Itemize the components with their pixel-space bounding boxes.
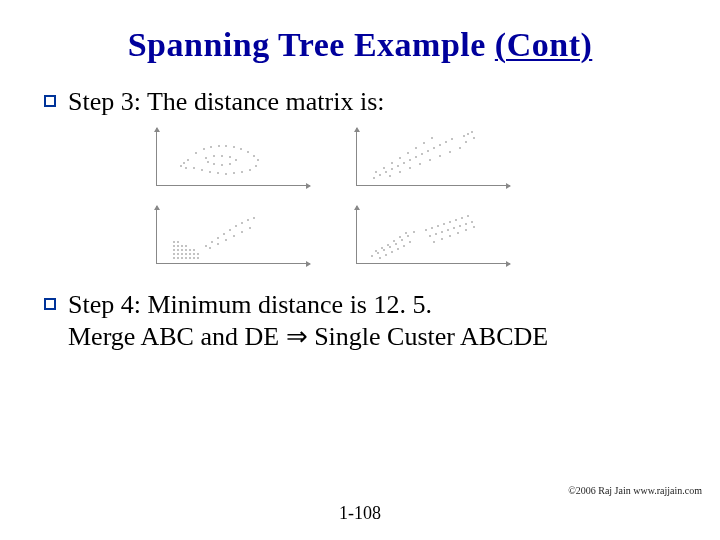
svg-point-12	[257, 159, 259, 161]
svg-point-11	[253, 155, 255, 157]
svg-point-22	[185, 167, 187, 169]
figure-area	[150, 128, 510, 278]
plot-top-left	[150, 128, 310, 190]
svg-point-46	[375, 171, 377, 173]
svg-point-53	[431, 137, 433, 139]
plot-bottom-left	[150, 206, 310, 268]
svg-point-56	[409, 167, 411, 169]
plot-top-right	[350, 128, 510, 190]
svg-point-72	[177, 257, 179, 259]
svg-point-39	[415, 156, 417, 158]
svg-point-103	[217, 243, 219, 245]
svg-point-74	[177, 249, 179, 251]
svg-point-27	[235, 159, 237, 161]
svg-point-48	[391, 162, 393, 164]
svg-point-4	[203, 148, 205, 150]
svg-point-76	[177, 241, 179, 243]
svg-point-41	[427, 150, 429, 152]
svg-point-136	[429, 235, 431, 237]
svg-point-105	[233, 235, 235, 237]
svg-point-42	[433, 147, 435, 149]
svg-point-90	[193, 249, 195, 251]
bullet-icon	[44, 95, 56, 107]
svg-point-54	[389, 175, 391, 177]
svg-point-112	[395, 243, 397, 245]
svg-point-95	[217, 237, 219, 239]
svg-point-75	[177, 245, 179, 247]
svg-point-149	[473, 226, 475, 228]
svg-point-69	[173, 249, 175, 251]
svg-point-80	[181, 245, 183, 247]
svg-point-70	[173, 245, 175, 247]
svg-point-102	[209, 247, 211, 249]
svg-point-78	[181, 253, 183, 255]
svg-point-31	[207, 161, 209, 163]
svg-point-17	[225, 173, 227, 175]
svg-point-96	[223, 233, 225, 235]
svg-point-117	[381, 247, 383, 249]
svg-point-104	[225, 239, 227, 241]
svg-point-73	[177, 253, 179, 255]
svg-point-44	[445, 141, 447, 143]
svg-point-23	[205, 157, 207, 159]
svg-point-1	[183, 162, 185, 164]
svg-point-51	[415, 147, 417, 149]
title-plain: Spanning Tree Example	[128, 26, 495, 63]
svg-point-30	[213, 163, 215, 165]
page-number: 1-108	[0, 503, 720, 524]
svg-point-113	[401, 239, 403, 241]
svg-point-15	[241, 171, 243, 173]
svg-point-7	[225, 145, 227, 147]
svg-point-6	[218, 145, 220, 147]
svg-point-49	[399, 157, 401, 159]
svg-point-147	[457, 232, 459, 234]
step4-text: Step 4: Minimum distance is 12. 5. Merge…	[68, 289, 548, 354]
svg-point-123	[385, 254, 387, 256]
svg-point-50	[407, 152, 409, 154]
svg-point-129	[431, 227, 433, 229]
svg-point-139	[447, 229, 449, 231]
svg-point-71	[173, 241, 175, 243]
svg-point-107	[249, 227, 251, 229]
scatter-icon	[356, 206, 506, 264]
scatter-icon	[156, 206, 306, 264]
svg-point-13	[255, 165, 257, 167]
svg-point-14	[249, 169, 251, 171]
svg-point-134	[461, 217, 463, 219]
svg-point-85	[189, 257, 191, 259]
step4-row: Step 4: Minimum distance is 12. 5. Merge…	[44, 289, 676, 354]
svg-point-115	[413, 231, 415, 233]
svg-point-130	[437, 225, 439, 227]
step3-row: Step 3: The distance matrix is:	[44, 86, 676, 119]
svg-point-91	[197, 257, 199, 259]
svg-point-37	[403, 162, 405, 164]
svg-point-82	[185, 253, 187, 255]
svg-point-65	[465, 141, 467, 143]
svg-point-108	[371, 255, 373, 257]
svg-point-43	[439, 144, 441, 146]
svg-point-137	[435, 233, 437, 235]
svg-point-20	[201, 169, 203, 171]
svg-point-110	[383, 249, 385, 251]
svg-point-93	[205, 245, 207, 247]
svg-point-2	[187, 159, 189, 161]
svg-point-47	[383, 167, 385, 169]
svg-point-83	[185, 249, 187, 251]
svg-point-58	[429, 159, 431, 161]
svg-point-5	[210, 146, 212, 148]
svg-point-100	[247, 219, 249, 221]
implies-icon: ⇒	[286, 322, 308, 351]
slide: Spanning Tree Example (Cont) Step 3: The…	[0, 0, 720, 540]
svg-point-120	[399, 236, 401, 238]
svg-point-94	[211, 241, 213, 243]
svg-point-114	[407, 235, 409, 237]
svg-point-38	[409, 159, 411, 161]
copyright-text: ©2006 Raj Jain www.rajjain.com	[568, 485, 702, 496]
plot-bottom-right	[350, 206, 510, 268]
title-underlined: (Cont)	[495, 26, 592, 63]
svg-point-67	[173, 257, 175, 259]
svg-point-32	[373, 177, 375, 179]
svg-point-142	[465, 223, 467, 225]
svg-point-28	[229, 163, 231, 165]
svg-point-33	[379, 174, 381, 176]
